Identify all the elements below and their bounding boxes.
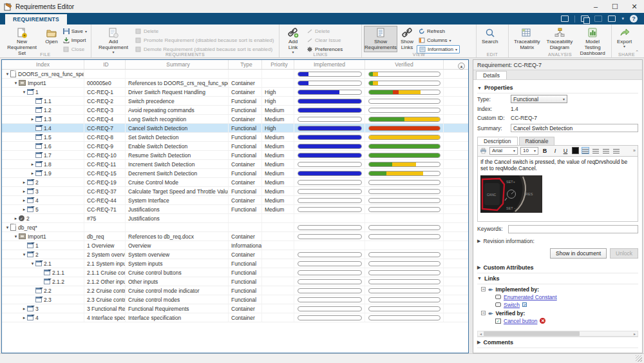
traceability-matrix-button[interactable]: Traceability Matrix: [511, 26, 544, 52]
col-type[interactable]: Type: [229, 60, 262, 69]
maximize-button[interactable]: ☐: [605, 0, 625, 13]
font-family-select[interactable]: Arial▾: [489, 147, 518, 155]
table-row[interactable]: ▸✓2#75Justifications: [2, 214, 468, 223]
link-cancel-button[interactable]: Cancel button: [504, 318, 537, 324]
align-center-button[interactable]: [592, 147, 600, 154]
tree-expand-icon[interactable]: ▸: [21, 189, 27, 194]
tree-expand-icon[interactable]: ▸: [21, 207, 27, 212]
help-icon[interactable]: ?: [630, 15, 638, 23]
table-row[interactable]: 1.2CC-REQ-3Avoid repeating commandsFunct…: [2, 106, 468, 115]
tree-expand-icon[interactable]: ▸: [30, 117, 35, 122]
show-links-button[interactable]: Show Links: [397, 26, 417, 52]
type-dropdown[interactable]: Functional▾: [511, 95, 567, 103]
traceability-diagram-button[interactable]: Traceability Diagram: [544, 26, 576, 52]
failed-test-badge-icon[interactable]: ✕: [540, 318, 545, 324]
chevron-down-icon[interactable]: ▾: [621, 16, 624, 21]
underline-button[interactable]: U: [562, 148, 569, 154]
search-button[interactable]: Search: [478, 26, 501, 46]
tab-rationale[interactable]: Rationale: [519, 137, 555, 145]
table-row[interactable]: ▾1CC-REQ-1Driver Switch Request Handling…: [2, 88, 468, 97]
tree-collapse-icon[interactable]: ▾: [13, 234, 19, 239]
table-row[interactable]: ▸33 Functional Req...Functional Requirem…: [2, 304, 468, 313]
table-row[interactable]: ▸4CC-REQ-44System InterfaceContainerMedi…: [2, 196, 468, 205]
align-right-button[interactable]: [602, 147, 610, 154]
table-row[interactable]: 1.7CC-REQ-10Resume Switch DetectionFunct…: [2, 151, 468, 160]
revision-section-header[interactable]: ▶ Revision information:: [477, 238, 638, 244]
font-color-swatch[interactable]: [572, 147, 579, 154]
resize-grip[interactable]: [636, 355, 642, 362]
align-justify-button[interactable]: [612, 147, 620, 154]
collapse-panel-button[interactable]: ▲: [458, 63, 465, 70]
col-id[interactable]: ID: [84, 60, 126, 69]
table-row[interactable]: 2.32.3 Cruise control...Cruise control m…: [2, 295, 468, 304]
table-row[interactable]: ▾2.12.1 System inputsSystem inputsFuncti…: [2, 259, 468, 268]
tree-expand-icon[interactable]: ▸: [13, 216, 19, 221]
italic-button[interactable]: I: [551, 148, 559, 154]
col-summary[interactable]: Summary: [126, 60, 229, 69]
tab-details[interactable]: Details: [476, 71, 507, 79]
table-row[interactable]: ▸1.8CC-REQ-11Increment Switch DetectionC…: [2, 160, 468, 169]
tree-collapse-icon[interactable]: ▾: [21, 252, 27, 257]
col-priority[interactable]: Priority: [262, 60, 294, 69]
columns-button[interactable]: Columns▾: [417, 36, 460, 44]
save-button[interactable]: Save▾: [61, 27, 89, 35]
table-row[interactable]: ▸3CC-REQ-37Calculate Target Speed and Th…: [2, 187, 468, 196]
bold-button[interactable]: B: [541, 148, 549, 154]
custom-attributes-section-header[interactable]: ▶Custom Attributes: [477, 262, 638, 273]
scrollbar-thumb[interactable]: [484, 331, 580, 336]
tab-description[interactable]: Description: [477, 137, 518, 145]
comments-section-header[interactable]: ▶Comments: [477, 337, 638, 348]
show-requirements-button[interactable]: Show Requirements: [364, 26, 397, 52]
properties-section-header[interactable]: ▼Properties: [477, 83, 638, 93]
toolbar-overflow-icon[interactable]: »: [633, 148, 636, 153]
table-row[interactable]: 1.5CC-REQ-8Set Switch DetectionFunctiona…: [2, 133, 468, 142]
table-row[interactable]: 2.22.2 Cruise control...Cruise control m…: [2, 286, 468, 295]
tree-expand-icon[interactable]: ▸: [30, 162, 35, 167]
save-dropdown-caret[interactable]: ▾: [85, 29, 87, 34]
table-row[interactable]: ▸2CC-REQ-19Cruise Control ModeContainerM…: [2, 178, 468, 187]
table-row[interactable]: ▾DOORS_crs_req_func_spec*: [2, 70, 468, 79]
table-row[interactable]: ▸5CC-REQ-71JustificationsFunctionalMediu…: [2, 205, 468, 214]
open-button[interactable]: Open: [42, 26, 61, 46]
align-left-button[interactable]: [582, 147, 589, 154]
import-button[interactable]: Import: [61, 36, 89, 44]
table-row[interactable]: 11 OverviewOverviewInformational: [2, 241, 468, 250]
tree-collapse-icon[interactable]: ▾: [13, 81, 19, 86]
links-horizontal-scrollbar[interactable]: ◂ ▸: [477, 331, 638, 337]
links-section-header[interactable]: ▼Links: [477, 273, 638, 284]
tree-collapse-icon[interactable]: ▾: [5, 225, 10, 230]
collapse-ribbon-icon[interactable]: ⌃: [635, 50, 639, 55]
tree-expand-icon[interactable]: ▸: [30, 171, 35, 176]
keywords-input[interactable]: [508, 225, 638, 233]
tab-requirements[interactable]: REQUIREMENTS: [5, 14, 67, 25]
close-button[interactable]: ✕: [625, 0, 644, 13]
tree-expand-icon[interactable]: ▸: [21, 315, 27, 320]
summary-input[interactable]: [511, 124, 638, 132]
model-badge-icon[interactable]: ↗: [522, 302, 527, 307]
font-size-select[interactable]: 10▾: [520, 147, 538, 155]
export-button[interactable]: Export▾: [614, 26, 635, 51]
copy-icon[interactable]: [581, 15, 589, 22]
show-in-document-button[interactable]: Show in document: [550, 248, 607, 259]
table-row[interactable]: 1.1CC-REQ-2Switch precedenceFunctionalHi…: [2, 97, 468, 106]
tree-collapse-icon[interactable]: ▾: [30, 261, 35, 266]
table-row[interactable]: ▾22 System overviewSystem overviewContai…: [2, 250, 468, 259]
col-verified[interactable]: Verified: [365, 60, 444, 69]
table-row[interactable]: ▾db_req*: [2, 223, 468, 232]
link-enumerated-constant[interactable]: Enumerated Constant: [504, 294, 557, 300]
col-index[interactable]: Index: [2, 60, 84, 69]
refresh-button[interactable]: Refresh: [417, 27, 460, 35]
table-row[interactable]: 2.1.12.1.1 Cruise cont...Cruise control …: [2, 268, 468, 277]
scroll-left-icon[interactable]: ◂: [478, 331, 484, 336]
implemented-by-header[interactable]: − ↞ Implemented by:: [481, 286, 638, 293]
table-row[interactable]: 1.6CC-REQ-9Enable Switch DetectionFuncti…: [2, 142, 468, 151]
col-implemented[interactable]: Implemented: [294, 60, 365, 69]
collapse-box-icon[interactable]: −: [481, 311, 486, 315]
tree-expand-icon[interactable]: ▸: [21, 306, 27, 311]
table-row[interactable]: 1.4CC-REQ-7Cancel Switch DetectionFuncti…: [2, 124, 468, 133]
description-editor[interactable]: If the Cancel switch is pressed, the val…: [477, 156, 638, 222]
table-row[interactable]: ▸1.9CC-REQ-15Decrement Switch DetectionF…: [2, 169, 468, 178]
link-switch[interactable]: Switch: [504, 302, 520, 308]
collapse-box-icon[interactable]: −: [481, 287, 486, 291]
minimize-button[interactable]: –: [586, 0, 605, 13]
